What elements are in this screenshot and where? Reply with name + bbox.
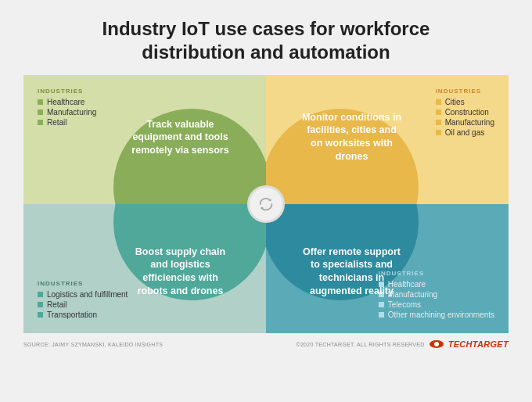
- list-item: Manufacturing: [436, 118, 494, 127]
- list-item: Retail: [38, 118, 96, 127]
- industry-list-q3: Logistics and fulfillment Retail Transpo…: [38, 290, 128, 319]
- list-item: Other machining environments: [379, 310, 494, 319]
- quadrant-track: INDUSTRIES Healthcare Manufacturing Reta…: [23, 75, 266, 204]
- industry-list-q1: Healthcare Manufacturing Retail: [38, 98, 96, 127]
- bullet-icon: [38, 120, 43, 125]
- list-item: Cities: [436, 98, 494, 106]
- list-item: Manufacturing: [38, 108, 96, 117]
- bullet-icon: [38, 99, 43, 105]
- list-item: Construction: [436, 108, 494, 117]
- refresh-icon: [257, 196, 275, 213]
- quadrant-text-q2: Monitor conditions in facilities, cities…: [301, 110, 403, 163]
- quadrant-boost: INDUSTRIES Logistics and fulfillment Ret…: [23, 204, 266, 333]
- quadrant-monitor: INDUSTRIES Cities Construction Manufactu…: [266, 75, 509, 204]
- list-item: Transportation: [38, 310, 128, 319]
- bullet-icon: [38, 109, 43, 115]
- brand-eye-icon: [430, 340, 444, 348]
- list-item: Healthcare: [38, 98, 96, 106]
- center-circle: [250, 188, 282, 221]
- bullet-icon: [38, 312, 43, 318]
- bullet-icon: [379, 302, 384, 307]
- list-item: Logistics and fulfillment: [38, 290, 128, 299]
- industry-list-q2: Cities Construction Manufacturing Oil an…: [436, 98, 494, 137]
- industry-box-q3: INDUSTRIES Logistics and fulfillment Ret…: [30, 274, 135, 327]
- page-container: Industry IoT use cases for workforce dis…: [0, 0, 532, 402]
- page-title: Industry IoT use cases for workforce dis…: [47, 17, 485, 64]
- footer: SOURCE: JAIMY SZYMANSKI, KALEIDO INSIGHT…: [0, 333, 532, 349]
- bullet-icon: [436, 130, 441, 135]
- brand-area: ©2020 TECHTARGET. ALL RIGHTS RESERVED Te…: [296, 339, 509, 349]
- bullet-icon: [436, 99, 441, 105]
- list-item: Retail: [38, 300, 128, 309]
- title-area: Industry IoT use cases for workforce dis…: [0, 0, 532, 75]
- quadrant-offer: INDUSTRIES Healthcare Manufacturing Tele…: [266, 204, 509, 333]
- quadrant-text-q4: Offer remote support to specialists and …: [301, 245, 403, 298]
- bullet-icon: [38, 292, 43, 297]
- bullet-icon: [379, 312, 384, 318]
- quadrants-grid: INDUSTRIES Healthcare Manufacturing Reta…: [23, 75, 509, 333]
- industry-box-q1: INDUSTRIES Healthcare Manufacturing Reta…: [30, 81, 104, 135]
- brand-name: TechTarget: [448, 339, 509, 349]
- bullet-icon: [436, 120, 441, 125]
- industry-box-q2: INDUSTRIES Cities Construction Manufactu…: [428, 81, 502, 145]
- quadrant-text-q3: Boost supply chain and logistics efficie…: [130, 245, 232, 298]
- quadrant-text-q1: Track valuable equipment and tools remot…: [130, 118, 232, 158]
- copyright-text: ©2020 TECHTARGET. ALL RIGHTS RESERVED: [296, 342, 424, 347]
- source-text: SOURCE: JAIMY SZYMANSKI, KALEIDO INSIGHT…: [23, 342, 163, 347]
- bullet-icon: [436, 109, 441, 115]
- list-item: Oil and gas: [436, 128, 494, 137]
- list-item: Telecoms: [379, 300, 494, 309]
- bullet-icon: [38, 302, 43, 307]
